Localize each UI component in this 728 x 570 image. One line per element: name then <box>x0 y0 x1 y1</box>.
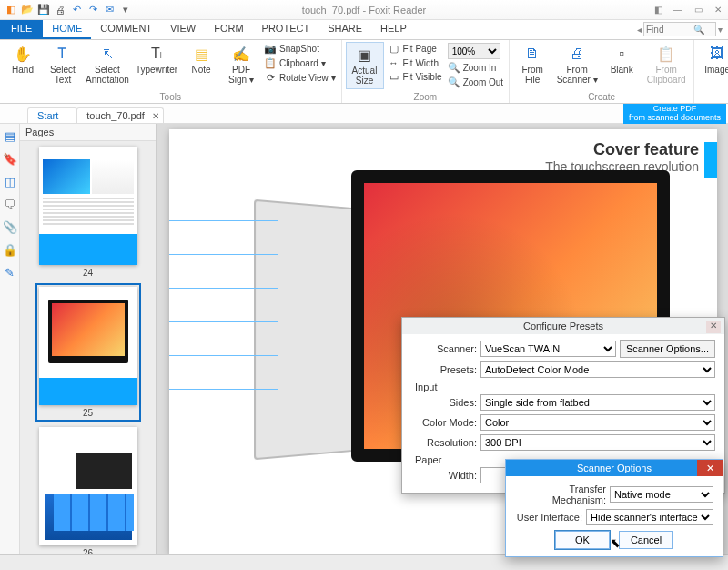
comments-nav-icon[interactable]: 🗨 <box>4 198 15 211</box>
thumbnail-number: 26 <box>83 548 93 554</box>
select-text-button[interactable]: ᎢSelect Text <box>44 42 82 85</box>
signatures-nav-icon[interactable]: ✎ <box>5 266 15 280</box>
presets-select[interactable]: AutoDetect Color Mode <box>480 361 715 378</box>
actual-size-button[interactable]: ▣Actual Size <box>346 42 384 89</box>
layers-nav-icon[interactable]: ◫ <box>5 175 15 188</box>
ribbon-tabs: FILE HOME COMMENT VIEW FORM PROTECT SHAR… <box>0 20 728 40</box>
select-annotation-button[interactable]: ⭶Select Annotation <box>84 42 131 85</box>
tab-document[interactable]: touch_70.pdf✕ <box>76 107 164 123</box>
color-mode-select[interactable]: Color <box>480 414 715 431</box>
thumbnail[interactable]: 26 <box>39 427 137 554</box>
tab-comment[interactable]: COMMENT <box>91 20 161 39</box>
thumbnail-page <box>39 427 137 545</box>
close-icon[interactable]: ✕ <box>697 460 723 476</box>
close-tab-icon[interactable]: ✕ <box>152 111 159 121</box>
maximize-icon[interactable]: ▭ <box>692 4 704 16</box>
fit-visible-icon: ▭ <box>388 71 400 83</box>
pdf-sign-icon: ✍ <box>231 44 251 64</box>
from-scanner-button[interactable]: 🖨From Scanner ▾ <box>553 42 601 85</box>
qat-dropdown-icon[interactable]: ▾ <box>118 3 133 17</box>
clipboard-button[interactable]: 📋Clipboard ▾ <box>262 56 338 70</box>
clipboard-icon: 📋 <box>264 57 277 69</box>
ui-label: User Interface: <box>515 512 582 523</box>
close-icon[interactable]: ✕ <box>706 321 721 333</box>
from-clipboard-button[interactable]: 📋From Clipboard <box>642 42 690 85</box>
group-label-create: Create <box>513 92 690 103</box>
zoom-out-button[interactable]: 🔍Zoom Out <box>446 76 505 89</box>
find-menu-icon[interactable]: ▾ <box>718 25 723 35</box>
fit-width-button[interactable]: ↔Fit Width <box>386 56 444 69</box>
image-icon: 🖼 <box>707 44 727 64</box>
tab-start[interactable]: Start <box>27 107 77 123</box>
ui-select[interactable]: Hide scanner's interface <box>586 509 713 525</box>
snapshot-button[interactable]: 📷SnapShot <box>262 42 338 56</box>
thumbnail-page <box>39 147 137 265</box>
find-box: ◂ 🔍 ▾ <box>637 22 723 36</box>
undo-icon[interactable]: ↶ <box>69 3 84 17</box>
title-bar: ◧ 📂 💾 🖨 ↶ ↷ ✉ ▾ touch_70.pdf - Foxit Rea… <box>0 0 728 20</box>
typewriter-button[interactable]: T|Typewriter <box>133 42 180 85</box>
find-prev-icon[interactable]: ◂ <box>637 25 642 35</box>
bookmarks-nav-icon[interactable]: 🔖 <box>3 152 17 166</box>
zoom-select[interactable]: 100% <box>448 43 500 59</box>
thumbnail[interactable]: 25 <box>39 287 137 418</box>
open-icon[interactable]: 📂 <box>20 3 35 17</box>
thumbnails-list: 24 25 26 <box>20 141 156 554</box>
fit-width-icon: ↔ <box>388 57 400 68</box>
image-button[interactable]: 🖼Image <box>698 42 728 84</box>
scanner-select[interactable]: VueScan TWAIN <box>480 341 616 357</box>
thumbnail[interactable]: 24 <box>39 147 137 278</box>
nav-strip: ▤ 🔖 ◫ 🗨 📎 🔒 ✎ <box>0 124 20 554</box>
note-button[interactable]: ▤Note <box>182 42 220 85</box>
window-controls: ◧ — ▭ ✕ <box>652 4 724 16</box>
transfer-select[interactable]: Native mode <box>610 486 713 503</box>
tab-view[interactable]: VIEW <box>161 20 205 39</box>
file-tab[interactable]: FILE <box>0 20 43 39</box>
ribbon-group-create: 🗎From File 🖨From Scanner ▾ ▫Blank 📋From … <box>510 40 694 103</box>
fit-page-button[interactable]: ▢Fit Page <box>386 42 444 56</box>
minimize-icon[interactable]: — <box>672 4 684 16</box>
dialog-title: Scanner Options ✕ <box>506 460 723 476</box>
hand-button[interactable]: ✋Hand <box>4 42 42 85</box>
cover-title: Cover feature <box>545 140 699 159</box>
skin-icon[interactable]: ◧ <box>652 4 664 16</box>
from-file-button[interactable]: 🗎From File <box>513 42 551 85</box>
pdf-sign-button[interactable]: ✍PDF Sign ▾ <box>222 42 260 85</box>
fit-visible-button[interactable]: ▭Fit Visible <box>386 70 444 84</box>
security-nav-icon[interactable]: 🔒 <box>3 243 17 257</box>
scanner-options-button[interactable]: Scanner Options... <box>620 340 715 358</box>
email-icon[interactable]: ✉ <box>102 3 116 17</box>
quick-access-toolbar: ◧ 📂 💾 🖨 ↶ ↷ ✉ ▾ <box>0 3 133 17</box>
find-input[interactable] <box>643 22 716 36</box>
note-icon: ▤ <box>191 44 211 64</box>
pages-nav-icon[interactable]: ▤ <box>5 129 15 143</box>
tab-help[interactable]: HELP <box>371 20 416 39</box>
tab-home[interactable]: HOME <box>43 20 91 39</box>
group-label-zoom: Zoom <box>346 92 506 103</box>
tab-form[interactable]: FORM <box>205 20 252 39</box>
thumbnail-page <box>39 287 137 405</box>
sides-label: Sides: <box>411 397 477 408</box>
scanner-icon: 🖨 <box>567 44 587 64</box>
rotate-view-button[interactable]: ⟳Rotate View ▾ <box>262 71 338 85</box>
tab-share[interactable]: SHARE <box>318 20 371 39</box>
blank-button[interactable]: ▫Blank <box>602 42 641 85</box>
cancel-button[interactable]: Cancel <box>619 531 673 549</box>
input-section-label: Input <box>415 382 715 392</box>
resolution-select[interactable]: 300 DPI <box>480 434 715 451</box>
thumbnail-number: 24 <box>83 268 93 278</box>
sides-select[interactable]: Single side from flatbed <box>480 394 715 411</box>
redo-icon[interactable]: ↷ <box>86 3 100 17</box>
close-icon[interactable]: ✕ <box>712 4 724 16</box>
pages-panel: Pages 24 25 26 <box>20 124 157 554</box>
from-file-icon: 🗎 <box>522 44 542 64</box>
document-tab-bar: Start touch_70.pdf✕ ▾ Create PDF from sc… <box>0 104 728 124</box>
zoom-in-button[interactable]: 🔍Zoom In <box>446 61 505 75</box>
promo-banner[interactable]: Create PDF from scanned documents <box>623 104 726 124</box>
zoom-out-icon: 🔍 <box>448 76 460 88</box>
ok-button[interactable]: OK <box>555 531 610 549</box>
save-icon[interactable]: 💾 <box>36 3 51 17</box>
print-icon[interactable]: 🖨 <box>53 3 67 17</box>
attachments-nav-icon[interactable]: 📎 <box>3 220 17 234</box>
tab-protect[interactable]: PROTECT <box>253 20 319 39</box>
